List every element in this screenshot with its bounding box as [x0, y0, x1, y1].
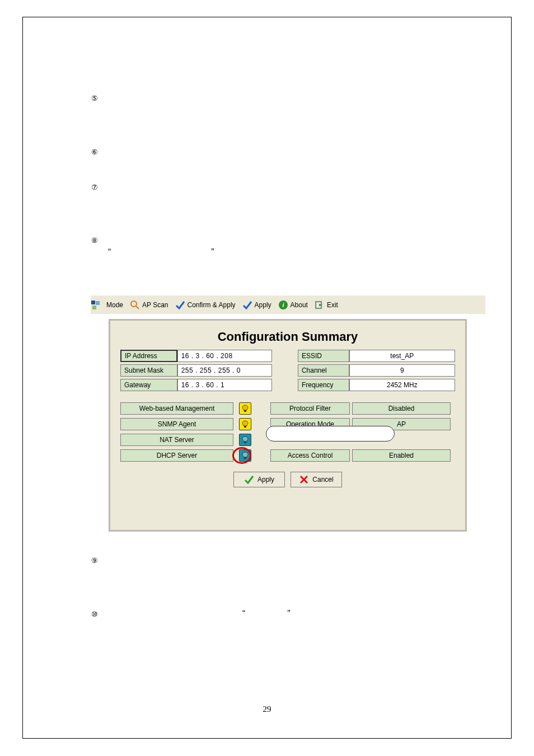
svg-rect-0 [91, 300, 95, 304]
about-button[interactable]: i About [275, 295, 311, 314]
ap-scan-button[interactable]: AP Scan [127, 295, 171, 314]
panel-apply-button[interactable]: Apply [233, 472, 285, 487]
gateway-value: 16 . 3 . 60 . 1 [177, 379, 272, 391]
access-control-value: Enabled [352, 449, 451, 462]
step-5-marker: ⑤ [91, 94, 98, 102]
bulb-icon-nat[interactable] [239, 434, 251, 446]
app-icon [91, 300, 101, 310]
gateway-label: Gateway [120, 379, 177, 391]
step-6-marker: ⑥ [91, 148, 98, 156]
subnet-mask-label: Subnet Mask [120, 364, 177, 377]
svg-point-3 [131, 301, 137, 307]
svg-rect-8 [244, 410, 246, 412]
panel-cancel-label: Cancel [312, 476, 333, 483]
page-number: 29 [23, 705, 511, 714]
svg-line-4 [136, 306, 139, 309]
svg-rect-9 [244, 426, 246, 428]
protocol-filter-value: Disabled [352, 402, 451, 415]
web-mgmt-label: Web-based Management [120, 402, 233, 415]
exit-label: Exit [327, 301, 338, 309]
config-summary-panel: Configuration Summary IP Address 16 . 3 … [109, 319, 467, 532]
magnifier-icon [130, 300, 140, 310]
subnet-mask-value: 255 . 255 . 255 . 0 [177, 364, 272, 377]
info-icon: i [278, 300, 288, 310]
snmp-label: SNMP Agent [120, 418, 233, 430]
step-10-quote-open: “ [242, 609, 245, 619]
exit-button[interactable]: Exit [311, 295, 341, 314]
step-7-marker: ⑦ [91, 183, 98, 191]
apply-button[interactable]: Apply [239, 295, 275, 314]
frequency-value: 2452 MHz [349, 379, 455, 391]
app-toolbar: Mode AP Scan Confirm & Apply [91, 295, 485, 314]
essid-value: test_AP [349, 350, 455, 362]
exit-icon [315, 300, 325, 310]
step-8-quote-close: ” [211, 247, 214, 257]
confirm-apply-button[interactable]: Confirm & Apply [172, 295, 239, 314]
bulb-icon-snmp[interactable] [239, 418, 251, 430]
ip-address-value: 16 . 3 . 60 . 208 [177, 350, 272, 362]
protocol-filter-label: Protocol Filter [270, 402, 350, 415]
svg-rect-2 [92, 306, 96, 309]
dhcp-label: DHCP Server [120, 449, 233, 462]
svg-rect-1 [96, 301, 100, 305]
ip-address-label[interactable]: IP Address [120, 350, 177, 362]
x-icon [299, 475, 309, 485]
check-icon [244, 475, 254, 485]
step-10-marker: ⑩ [91, 610, 98, 618]
apply-label: Apply [255, 301, 271, 309]
panel-title: Configuration Summary [110, 321, 465, 350]
red-circle-highlight [232, 447, 251, 464]
about-label: About [291, 301, 308, 309]
essid-label: ESSID [298, 350, 349, 362]
step-8-quote-open: “ [108, 247, 111, 257]
ap-scan-label: AP Scan [142, 301, 168, 309]
nat-label: NAT Server [120, 434, 233, 446]
access-control-label: Access Control [270, 449, 350, 462]
panel-cancel-button[interactable]: Cancel [291, 472, 342, 487]
step-8-marker: ⑧ [91, 236, 98, 245]
panel-apply-label: Apply [257, 476, 274, 483]
frequency-label: Frequency [298, 379, 349, 391]
mode-button[interactable]: Mode [103, 295, 127, 314]
channel-label: Channel [298, 364, 349, 377]
channel-value: 9 [349, 364, 455, 377]
check-icon [175, 300, 185, 310]
check-icon [242, 300, 252, 310]
mode-label: Mode [106, 301, 123, 309]
step-10-quote-close: ” [287, 609, 290, 619]
confirm-apply-label: Confirm & Apply [188, 301, 236, 309]
bulb-icon-web[interactable] [239, 402, 251, 415]
svg-rect-10 [244, 442, 246, 443]
step-9-marker: ⑨ [91, 556, 98, 565]
